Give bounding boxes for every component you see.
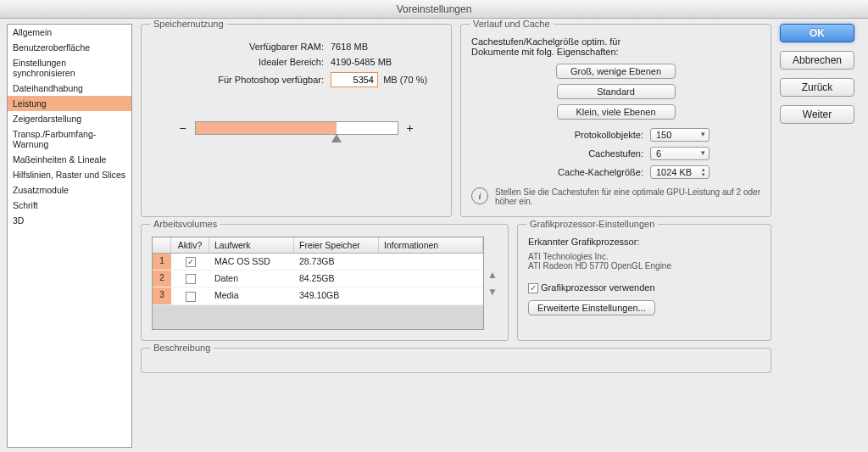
history-subtitle2: Dokumente mit folg. Eigenschaften: xyxy=(471,47,760,57)
history-cache-group: Verlauf und Cache Cachestufen/Kachelgröß… xyxy=(460,24,771,217)
sidebar-item-hilfslinien[interactable]: Hilfslinien, Raster und Slices xyxy=(8,167,131,182)
use-gpu-checkbox[interactable]: ✓ xyxy=(528,283,538,293)
active-checkbox[interactable]: ✓ xyxy=(186,257,196,267)
slider-thumb-icon[interactable] xyxy=(331,134,342,142)
info-icon: i xyxy=(471,187,488,204)
next-button[interactable]: Weiter xyxy=(780,105,854,124)
scratch-legend: Arbeitsvolumes xyxy=(150,219,220,229)
col-info: Informationen xyxy=(379,237,483,253)
gpu-legend: Grafikprozessor-Einstellungen xyxy=(526,219,658,229)
active-checkbox[interactable] xyxy=(186,292,196,302)
dialog-buttons: OK Abbrechen Zurück Weiter xyxy=(780,24,861,448)
sidebar-item-schrift[interactable]: Schrift xyxy=(8,198,131,213)
col-active: Aktiv? xyxy=(171,237,209,253)
cache-hint-text: Stellen Sie die Cachestufen für eine opt… xyxy=(495,187,760,206)
ideal-range-label: Idealer Bereich: xyxy=(259,57,324,67)
table-header: Aktiv? Laufwerk Freier Speicher Informat… xyxy=(153,237,483,254)
preset-short-button[interactable]: Klein, viele Ebenen xyxy=(557,104,676,120)
col-drive: Laufwerk xyxy=(209,237,294,253)
let-use-input[interactable] xyxy=(331,72,378,87)
preset-default-button[interactable]: Standard xyxy=(557,84,676,99)
history-subtitle1: Cachestufen/Kachelgröße optim. für xyxy=(471,36,760,47)
let-use-label: Für Photoshop verfügbar: xyxy=(218,75,324,85)
prev-button[interactable]: Zurück xyxy=(780,78,854,97)
move-down-icon[interactable]: ▼ xyxy=(487,286,498,298)
advanced-gpu-button[interactable]: Erweiterte Einstellungen... xyxy=(528,300,655,315)
gpu-group: Grafikprozessor-Einstellungen Erkannter … xyxy=(517,224,771,341)
sidebar-item-mass[interactable]: Maßeinheiten & Lineale xyxy=(8,152,131,167)
scratch-disks-group: Arbeitsvolumes Aktiv? Laufwerk Freier Sp… xyxy=(141,224,509,341)
history-states-label: Protokollobjekte: xyxy=(575,130,643,140)
let-use-suffix: MB (70 %) xyxy=(383,75,427,85)
sidebar-item-sync[interactable]: Einstellungen synchronisieren xyxy=(8,55,131,81)
available-ram-value: 7618 MB xyxy=(331,42,441,52)
use-gpu-label: Grafikprozessor verwenden xyxy=(541,282,655,293)
sidebar-item-3d[interactable]: 3D xyxy=(8,213,131,228)
available-ram-label: Verfügbarer RAM: xyxy=(249,42,324,52)
window-title: Voreinstellungen xyxy=(0,0,868,19)
table-row[interactable]: 1 ✓ MAC OS SSD 28.73GB xyxy=(153,254,483,271)
gpu-vendor: ATI Technologies Inc. xyxy=(528,252,760,261)
cancel-button[interactable]: Abbrechen xyxy=(780,51,854,70)
slider-plus[interactable]: + xyxy=(405,121,415,135)
description-group: Beschreibung xyxy=(141,348,771,373)
scratch-table: Aktiv? Laufwerk Freier Speicher Informat… xyxy=(152,237,484,330)
slider-minus[interactable]: − xyxy=(178,121,188,135)
cache-tile-stepper[interactable]: 1024 KB xyxy=(650,165,709,179)
cache-tile-label: Cache-Kachelgröße: xyxy=(558,167,643,177)
active-checkbox[interactable] xyxy=(186,274,196,284)
col-free: Freier Speicher xyxy=(294,237,379,253)
memory-slider[interactable] xyxy=(195,121,398,135)
move-up-icon[interactable]: ▲ xyxy=(487,269,498,281)
table-row[interactable]: 2 Daten 84.25GB xyxy=(153,271,483,287)
table-row[interactable]: 3 Media 349.10GB xyxy=(153,287,483,304)
gpu-device: ATI Radeon HD 5770 OpenGL Engine xyxy=(528,261,760,271)
description-legend: Beschreibung xyxy=(150,343,214,353)
sidebar-item-dateihandhabung[interactable]: Dateihandhabung xyxy=(8,81,131,96)
slider-fill xyxy=(196,122,337,134)
sidebar-item-benutzeroberflaeche[interactable]: Benutzeroberfläche xyxy=(8,40,131,55)
cache-levels-select[interactable]: 6 xyxy=(650,147,709,160)
detected-gpu-label: Erkannter Grafikprozessor: xyxy=(528,237,760,247)
sidebar-item-zusatzmodule[interactable]: Zusatzmodule xyxy=(8,182,131,198)
history-states-select[interactable]: 150 xyxy=(650,128,709,142)
category-sidebar: Allgemein Benutzeroberfläche Einstellung… xyxy=(7,24,132,448)
sidebar-item-leistung[interactable]: Leistung xyxy=(8,96,131,111)
sidebar-item-transp[interactable]: Transp./Farbumfang-Warnung xyxy=(8,126,131,152)
sidebar-item-zeiger[interactable]: Zeigerdarstellung xyxy=(8,111,131,126)
memory-legend: Speichernutzung xyxy=(150,19,227,29)
sidebar-item-allgemein[interactable]: Allgemein xyxy=(8,25,131,40)
preset-tall-button[interactable]: Groß, wenige Ebenen xyxy=(556,64,676,79)
cache-levels-label: Cachestufen: xyxy=(588,148,643,159)
ideal-range-value: 4190-5485 MB xyxy=(331,57,441,67)
history-legend: Verlauf und Cache xyxy=(470,19,554,29)
memory-group: Speichernutzung Verfügbarer RAM:7618 MB … xyxy=(141,24,452,217)
ok-button[interactable]: OK xyxy=(780,24,854,42)
